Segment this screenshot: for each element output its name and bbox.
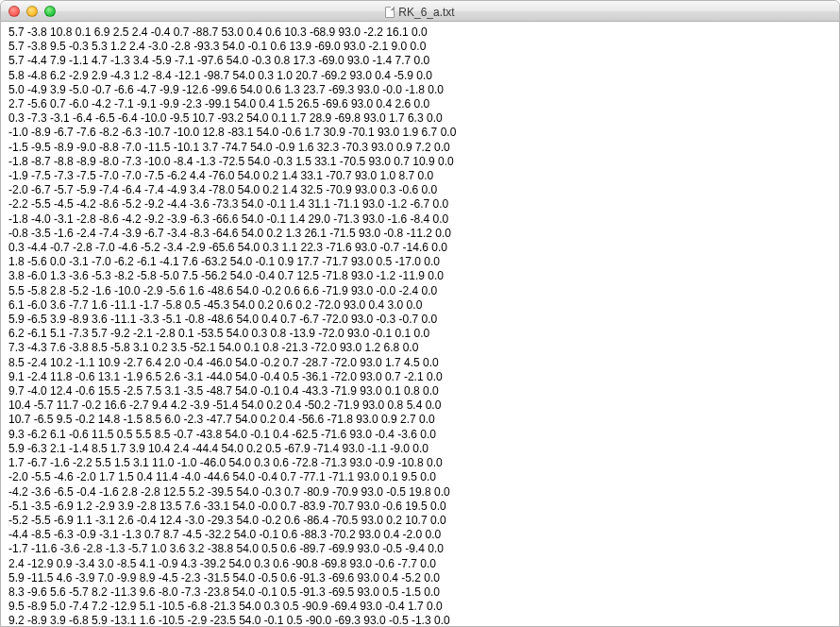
minimize-icon[interactable] xyxy=(26,6,38,17)
titlebar[interactable]: RK_6_a.txt xyxy=(1,1,839,22)
window-title: RK_6_a.txt xyxy=(398,6,454,19)
zoom-icon[interactable] xyxy=(44,6,56,17)
text-content[interactable]: 5.7 -3.8 10.8 0.1 6.9 2.5 2.4 -0.4 0.7 -… xyxy=(1,22,839,626)
window: RK_6_a.txt 5.7 -3.8 10.8 0.1 6.9 2.5 2.4… xyxy=(0,0,840,627)
traffic-lights xyxy=(8,6,56,17)
title-wrap: RK_6_a.txt xyxy=(1,3,839,20)
document-icon xyxy=(385,7,395,18)
close-icon[interactable] xyxy=(8,6,20,17)
